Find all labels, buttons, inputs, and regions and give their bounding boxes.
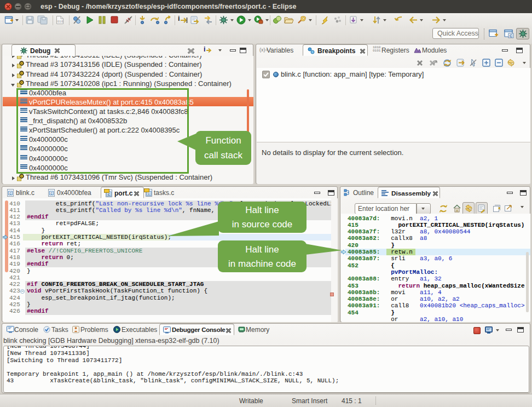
svg-text:c: c bbox=[50, 191, 53, 195]
svg-text:010: 010 bbox=[57, 20, 63, 24]
svg-text:c: c bbox=[9, 191, 11, 195]
svg-text:C: C bbox=[510, 34, 512, 38]
